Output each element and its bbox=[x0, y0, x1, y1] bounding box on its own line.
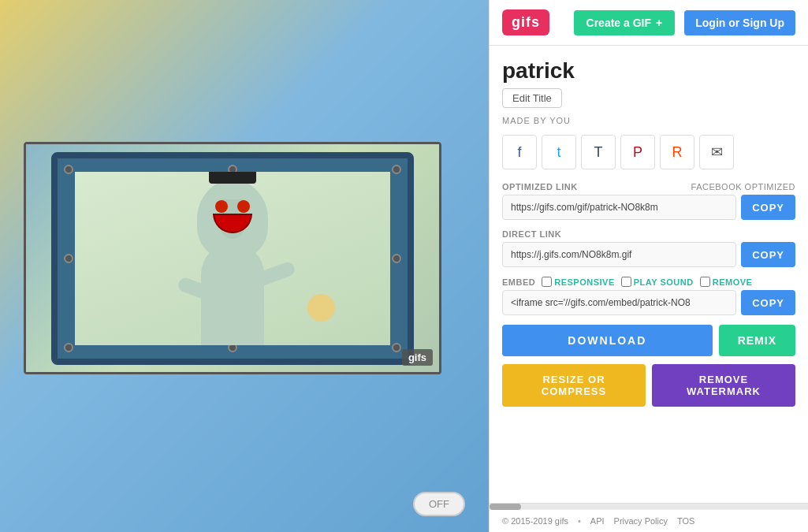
footer-dot: • bbox=[578, 516, 581, 526]
action-row: DOWNLOAD REMIX bbox=[502, 325, 795, 356]
facebook-share-button[interactable]: f bbox=[502, 135, 537, 169]
bolt-decoration bbox=[64, 165, 73, 174]
link-label-row: OPTIMIZED LINK FACEBOOK OPTIMIZED bbox=[502, 182, 795, 192]
pinterest-share-button[interactable]: P bbox=[620, 135, 655, 169]
remove-checkbox[interactable] bbox=[700, 277, 710, 287]
footer: © 2015-2019 gifs • API Privacy Policy TO… bbox=[490, 509, 808, 532]
embed-link-row: COPY bbox=[502, 290, 795, 315]
facebook-icon: f bbox=[517, 144, 521, 161]
remix-button[interactable]: REMIX bbox=[719, 325, 795, 356]
scrollbar[interactable] bbox=[490, 503, 808, 509]
bolt-decoration bbox=[64, 254, 73, 263]
api-link[interactable]: API bbox=[590, 516, 605, 526]
tos-link[interactable]: TOS bbox=[677, 516, 694, 526]
direct-link-row: COPY bbox=[502, 242, 795, 267]
resize-button[interactable]: RESIZE OR COMPRESS bbox=[502, 364, 646, 407]
embed-code-input[interactable] bbox=[502, 290, 736, 315]
remove-watermark-button[interactable]: REMOVE WATERMARK bbox=[652, 364, 795, 407]
responsive-label: RESPONSIVE bbox=[554, 277, 615, 287]
character-eye-right bbox=[237, 200, 250, 213]
remove-label: REMOVE bbox=[713, 277, 753, 287]
email-icon: ✉ bbox=[711, 143, 723, 161]
email-share-button[interactable]: ✉ bbox=[699, 135, 734, 169]
create-gif-label: Create a GIF bbox=[586, 17, 651, 29]
character-eye-left bbox=[215, 200, 228, 213]
direct-copy-button[interactable]: COPY bbox=[741, 242, 795, 267]
bottom-action-row: RESIZE OR COMPRESS REMOVE WATERMARK bbox=[502, 364, 795, 407]
pinterest-icon: P bbox=[633, 144, 642, 161]
social-share-row: f t T P R ✉ bbox=[502, 135, 795, 169]
direct-label-row: DIRECT LINK bbox=[502, 229, 795, 239]
create-gif-button[interactable]: Create a GIF + bbox=[574, 10, 676, 35]
edit-title-button[interactable]: Edit Title bbox=[502, 88, 562, 108]
privacy-link[interactable]: Privacy Policy bbox=[614, 516, 668, 526]
bolt-decoration bbox=[392, 254, 401, 263]
off-toggle[interactable]: OFF bbox=[413, 492, 465, 516]
bolt-decoration bbox=[392, 343, 401, 352]
bolt-decoration bbox=[64, 343, 73, 352]
twitter-share-button[interactable]: t bbox=[542, 135, 576, 169]
direct-link-section: DIRECT LINK COPY bbox=[502, 229, 795, 267]
bolt-decoration bbox=[392, 165, 401, 174]
tumblr-share-button[interactable]: T bbox=[581, 135, 616, 169]
character-hat bbox=[209, 172, 256, 184]
right-panel: gifs Create a GIF + Login or Sign Up pat… bbox=[489, 0, 808, 532]
facebook-optimized-label: FACEBOOK OPTIMIZED bbox=[691, 182, 795, 192]
header: gifs Create a GIF + Login or Sign Up bbox=[490, 0, 808, 46]
window-inner bbox=[75, 172, 390, 345]
gif-container: gifs bbox=[24, 142, 441, 374]
embed-section: EMBED RESPONSIVE PLAY SOUND REMOVE bbox=[502, 277, 795, 315]
login-button[interactable]: Login or Sign Up bbox=[684, 10, 795, 35]
play-sound-checkbox-label[interactable]: PLAY SOUND bbox=[621, 277, 694, 287]
optimized-copy-button[interactable]: COPY bbox=[741, 195, 795, 220]
optimized-link-row: COPY bbox=[502, 195, 795, 220]
gif-title: patrick bbox=[502, 58, 795, 84]
squidward-scene bbox=[26, 144, 439, 372]
direct-link-input[interactable] bbox=[502, 242, 736, 267]
reddit-icon: R bbox=[672, 144, 683, 161]
character-hand bbox=[307, 294, 335, 322]
optimized-link-section: OPTIMIZED LINK FACEBOOK OPTIMIZED COPY bbox=[502, 182, 795, 220]
responsive-checkbox-label[interactable]: RESPONSIVE bbox=[542, 277, 615, 287]
window-frame bbox=[51, 152, 414, 365]
reddit-share-button[interactable]: R bbox=[660, 135, 694, 169]
create-gif-plus: + bbox=[656, 17, 662, 29]
direct-link-label: DIRECT LINK bbox=[502, 229, 561, 239]
optimized-link-input[interactable] bbox=[502, 195, 736, 220]
tumblr-icon: T bbox=[594, 144, 603, 161]
logo: gifs bbox=[502, 9, 549, 35]
download-button[interactable]: DOWNLOAD bbox=[502, 325, 713, 356]
left-panel: gifs OFF bbox=[0, 0, 489, 532]
remove-checkbox-label[interactable]: REMOVE bbox=[700, 277, 753, 287]
play-sound-label: PLAY SOUND bbox=[634, 277, 694, 287]
embed-copy-button[interactable]: COPY bbox=[741, 290, 795, 315]
responsive-checkbox[interactable] bbox=[542, 277, 552, 287]
gif-watermark: gifs bbox=[402, 349, 433, 366]
scrollbar-thumb[interactable] bbox=[490, 504, 521, 510]
embed-options: RESPONSIVE PLAY SOUND REMOVE bbox=[542, 277, 752, 287]
embed-label: EMBED bbox=[502, 277, 535, 287]
content-area: patrick Edit Title MADE BY YOU f t T P R… bbox=[490, 46, 808, 503]
made-by-label: MADE BY YOU bbox=[502, 116, 795, 125]
optimized-link-label: OPTIMIZED LINK bbox=[502, 182, 578, 192]
gif-content: gifs bbox=[26, 144, 439, 372]
embed-label-row: EMBED RESPONSIVE PLAY SOUND REMOVE bbox=[502, 277, 795, 287]
copyright: © 2015-2019 gifs bbox=[502, 516, 568, 526]
play-sound-checkbox[interactable] bbox=[621, 277, 631, 287]
twitter-icon: t bbox=[557, 144, 560, 161]
